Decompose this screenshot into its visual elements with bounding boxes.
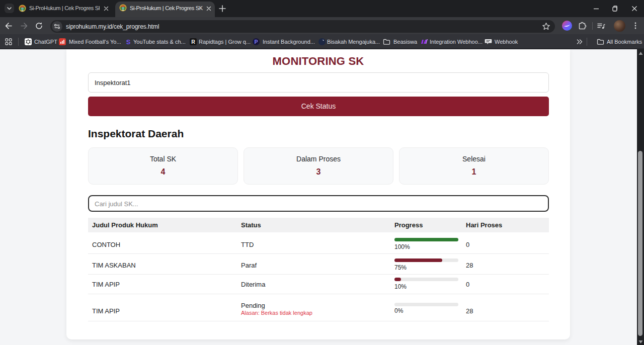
svg-text:R: R	[191, 39, 195, 45]
svg-text:P: P	[254, 39, 258, 45]
svg-text:S: S	[126, 38, 131, 45]
